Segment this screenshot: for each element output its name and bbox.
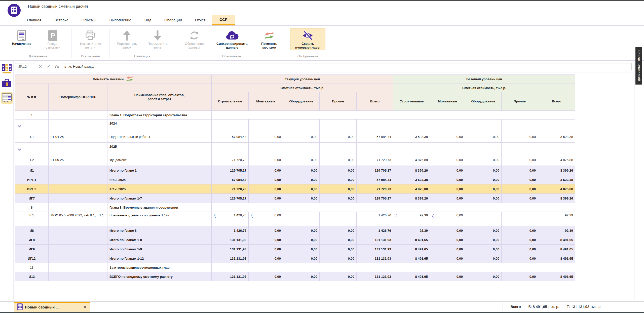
- value-cell-base-4[interactable]: [538, 120, 575, 131]
- value-cell-base-1[interactable]: fx0,00: [430, 212, 465, 226]
- row-name-cell[interactable]: Фундамент: [107, 154, 212, 166]
- value-cell-cur-3[interactable]: [320, 143, 357, 154]
- value-cell-cur-3[interactable]: [320, 212, 357, 226]
- value-cell-base-2[interactable]: 0,00: [465, 226, 502, 235]
- value-cell-base-0[interactable]: 8 491,65: [393, 245, 430, 254]
- sync-data-button[interactable]: Синхронизировать данные: [211, 28, 253, 50]
- value-cell-cur-2[interactable]: 0,00: [283, 226, 320, 235]
- value-cell-base-4[interactable]: 4 875,88: [538, 184, 575, 194]
- row-code-cell[interactable]: [49, 184, 107, 194]
- value-cell-cur-2[interactable]: 0,00: [283, 175, 320, 184]
- row-name-cell[interactable]: Глава 8. Временные здания и сооружения: [107, 203, 212, 212]
- value-cell-base-3[interactable]: 0,00: [502, 154, 538, 166]
- row-name-cell[interactable]: 2025: [107, 143, 212, 154]
- value-cell-base-0[interactable]: fx92,39: [393, 212, 430, 226]
- value-cell-cur-0[interactable]: 71 720,73: [212, 154, 249, 166]
- value-cell-base-4[interactable]: [538, 143, 575, 154]
- value-cell-cur-3[interactable]: 0,00: [320, 245, 357, 254]
- value-cell-base-1[interactable]: 0,00: [430, 154, 465, 166]
- row-number-cell[interactable]: ИГ12: [15, 254, 49, 263]
- hide-zero-chapters-button[interactable]: Скрыть нулевые главы: [290, 28, 325, 50]
- row-name-cell[interactable]: Итого по Главам 1-8: [107, 235, 212, 245]
- value-cell-cur-0[interactable]: 129 705,17: [212, 166, 249, 175]
- row-number-cell[interactable]: 1.2: [15, 154, 49, 166]
- value-cell-base-1[interactable]: 0,00: [430, 235, 465, 245]
- value-cell-cur-3[interactable]: 0,00: [320, 272, 357, 281]
- value-cell-cur-0[interactable]: [212, 120, 249, 131]
- value-cell-base-4[interactable]: 8 491,65: [538, 235, 575, 245]
- value-cell-cur-2[interactable]: 0,00: [283, 254, 320, 263]
- value-cell-cur-1[interactable]: 0,00: [249, 194, 283, 203]
- value-cell-cur-2[interactable]: 0,00: [283, 166, 320, 175]
- row-number-cell[interactable]: ИГ9: [15, 245, 49, 254]
- row-code-cell[interactable]: 01-05-25: [49, 154, 107, 166]
- value-cell-base-0[interactable]: [393, 120, 430, 131]
- value-cell-cur-2[interactable]: 0,00: [283, 272, 320, 281]
- value-cell-base-2[interactable]: [465, 212, 502, 226]
- value-cell-base-0[interactable]: 4 875,88: [393, 184, 430, 194]
- row-name-cell[interactable]: Временные здания и сооружения 1.1%: [107, 212, 212, 226]
- tab-vstavka[interactable]: Вставка: [48, 15, 75, 25]
- value-cell-cur-1[interactable]: 0,00: [249, 245, 283, 254]
- value-cell-base-0[interactable]: 4 875,88: [393, 154, 430, 166]
- row-name-cell[interactable]: За итогом вышеперечисленных глав: [107, 263, 212, 272]
- value-cell-base-3[interactable]: 0,00: [502, 235, 538, 245]
- value-cell-cur-3[interactable]: 0,00: [320, 194, 357, 203]
- row-number-cell[interactable]: 1.1: [15, 131, 49, 143]
- value-cell-base-1[interactable]: 0,00: [430, 194, 465, 203]
- row-code-cell[interactable]: [49, 203, 107, 212]
- value-cell-cur-0[interactable]: 131 131,93: [212, 235, 249, 245]
- row-number-cell[interactable]: [15, 143, 49, 154]
- tab-vid[interactable]: Вид: [138, 15, 158, 25]
- value-cell-base-2[interactable]: 0,00: [465, 245, 502, 254]
- value-cell-cur-4[interactable]: 131 131,93: [357, 235, 393, 245]
- value-cell-base-0[interactable]: 8 399,26: [393, 194, 430, 203]
- value-cell-cur-2[interactable]: [283, 143, 320, 154]
- value-cell-base-1[interactable]: 0,00: [430, 245, 465, 254]
- value-cell-base-2[interactable]: 0,00: [465, 254, 502, 263]
- value-cell-cur-0[interactable]: 1 426,76: [212, 226, 249, 235]
- value-cell-base-0[interactable]: [393, 143, 430, 154]
- value-cell-cur-4[interactable]: 129 705,17: [357, 194, 393, 203]
- value-cell-base-3[interactable]: 0,00: [502, 131, 538, 143]
- close-icon[interactable]: ✕: [83, 305, 87, 309]
- cancel-entry-icon[interactable]: ✕: [37, 63, 44, 70]
- document-tab[interactable]: Новый сводный ... ✕: [14, 302, 90, 312]
- value-cell-base-4[interactable]: 8 399,26: [538, 194, 575, 203]
- row-code-cell[interactable]: [49, 226, 107, 235]
- row-name-cell[interactable]: Глава 1. Подготовка территории строитель…: [107, 111, 212, 120]
- row-name-cell[interactable]: Итого по Главам 1-12: [107, 254, 212, 263]
- value-cell-base-3[interactable]: 0,00: [502, 245, 538, 254]
- value-cell-cur-1[interactable]: 0,00: [249, 131, 283, 143]
- row-number-cell[interactable]: ИР1.2: [15, 184, 49, 194]
- value-cell-base-2[interactable]: 0,00: [465, 235, 502, 245]
- value-cell-cur-3[interactable]: [320, 120, 357, 131]
- value-cell-base-2[interactable]: [465, 120, 502, 131]
- value-cell-cur-2[interactable]: 0,00: [283, 154, 320, 166]
- value-cell-cur-4[interactable]: [357, 120, 393, 131]
- value-cell-base-3[interactable]: 0,00: [502, 184, 538, 194]
- move-up-button[interactable]: Переместить вверх: [111, 28, 142, 50]
- value-cell-cur-3[interactable]: 0,00: [320, 235, 357, 245]
- value-cell-cur-1[interactable]: 0,00: [249, 154, 283, 166]
- row-number-cell[interactable]: ИГ8: [15, 235, 49, 245]
- value-cell-cur-4[interactable]: 1 426,76: [357, 226, 393, 235]
- value-cell-cur-0[interactable]: 131 131,93: [212, 254, 249, 263]
- formula-input[interactable]: в т.ч. Новый раздел: [62, 63, 632, 70]
- row-number-cell[interactable]: ИР1.1: [15, 175, 49, 184]
- value-cell-base-0[interactable]: 3 523,38: [393, 131, 430, 143]
- row-number-cell[interactable]: ИГ7: [15, 194, 49, 203]
- row-name-cell[interactable]: в т.ч. 2024: [107, 175, 212, 184]
- value-cell-cur-1[interactable]: [249, 120, 283, 131]
- value-cell-cur-4[interactable]: 131 131,93: [357, 245, 393, 254]
- row-empty-values-cell[interactable]: [212, 203, 575, 212]
- value-cell-base-0[interactable]: 8 491,65: [393, 272, 430, 281]
- value-cell-base-2[interactable]: 0,00: [465, 184, 502, 194]
- value-cell-base-1[interactable]: [430, 120, 465, 131]
- chevron-down-icon[interactable]: [18, 148, 21, 151]
- value-cell-cur-2[interactable]: [283, 120, 320, 131]
- value-cell-cur-4[interactable]: 71 720,73: [357, 184, 393, 194]
- value-cell-cur-3[interactable]: 0,00: [320, 154, 357, 166]
- row-name-cell[interactable]: Итого по Главам 1-9: [107, 245, 212, 254]
- row-name-cell[interactable]: в т.ч. 2025: [107, 184, 212, 194]
